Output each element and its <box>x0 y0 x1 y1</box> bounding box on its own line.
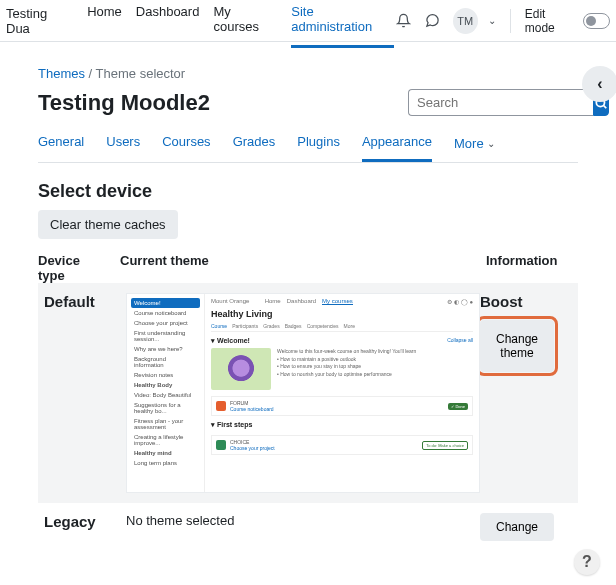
theme-name-boost: Boost <box>480 293 572 310</box>
topbar-right: TM ⌄ Edit mode <box>394 7 610 35</box>
page-title: Testing Moodle2 <box>38 90 210 116</box>
drawer-toggle-icon[interactable]: ‹ <box>582 66 616 102</box>
device-legacy: Legacy <box>44 513 126 541</box>
user-menu-chevron-icon[interactable]: ⌄ <box>488 15 496 26</box>
search-input[interactable] <box>408 89 593 116</box>
nav-my-courses[interactable]: My courses <box>213 0 277 48</box>
tab-general[interactable]: General <box>38 134 84 162</box>
tab-appearance[interactable]: Appearance <box>362 134 432 162</box>
breadcrumb: Themes / Theme selector <box>38 66 578 81</box>
tab-grades[interactable]: Grades <box>233 134 276 162</box>
admin-search <box>408 89 578 116</box>
edit-mode-control: Edit mode <box>525 7 610 35</box>
theme-preview-cell: Welcome! Course noticeboard Choose your … <box>126 293 480 493</box>
edit-mode-label: Edit mode <box>525 7 577 35</box>
chevron-down-icon: ⌄ <box>487 138 495 149</box>
tab-more[interactable]: More⌄ <box>454 134 495 162</box>
breadcrumb-current: Theme selector <box>96 66 186 81</box>
tab-courses[interactable]: Courses <box>162 134 210 162</box>
theme-preview-image: Welcome! Course noticeboard Choose your … <box>126 293 480 493</box>
site-brand: Testing Dua <box>6 6 73 36</box>
change-theme-button-default[interactable]: Change theme <box>480 320 554 372</box>
edit-mode-toggle[interactable] <box>583 13 610 29</box>
col-information: Information <box>486 253 578 283</box>
table-row-legacy: Legacy No theme selected Change <box>38 503 578 551</box>
admin-tabs: General Users Courses Grades Plugins App… <box>38 134 578 163</box>
change-theme-button-legacy[interactable]: Change <box>480 513 554 541</box>
divider <box>510 9 511 33</box>
top-navbar: Testing Dua Home Dashboard My courses Si… <box>0 0 616 42</box>
no-theme-text: No theme selected <box>126 513 480 541</box>
page-header: Testing Moodle2 <box>38 89 578 116</box>
tab-users[interactable]: Users <box>106 134 140 162</box>
nav-home[interactable]: Home <box>87 0 122 48</box>
clear-theme-caches-button[interactable]: Clear theme caches <box>38 210 178 239</box>
tab-plugins[interactable]: Plugins <box>297 134 340 162</box>
table-header: Devicetype Current theme Information <box>38 253 578 283</box>
section-title: Select device <box>38 181 578 202</box>
device-default: Default <box>44 293 126 493</box>
col-current-theme: Current theme <box>120 253 486 283</box>
user-avatar[interactable]: TM <box>453 8 478 34</box>
table-row-default: Default Welcome! Course noticeboard Choo… <box>38 283 578 503</box>
info-cell-default: Boost Change theme <box>480 293 572 493</box>
breadcrumb-themes[interactable]: Themes <box>38 66 85 81</box>
help-button[interactable]: ? <box>574 549 600 575</box>
main-region: ‹ Themes / Theme selector Testing Moodle… <box>0 42 616 585</box>
col-device-type: Devicetype <box>38 253 120 283</box>
nav-dashboard[interactable]: Dashboard <box>136 0 200 48</box>
primary-nav: Home Dashboard My courses Site administr… <box>87 0 394 48</box>
notifications-icon[interactable] <box>394 11 413 31</box>
info-cell-legacy: Change <box>480 513 572 541</box>
nav-site-admin[interactable]: Site administration <box>291 0 394 48</box>
messages-icon[interactable] <box>423 11 442 31</box>
